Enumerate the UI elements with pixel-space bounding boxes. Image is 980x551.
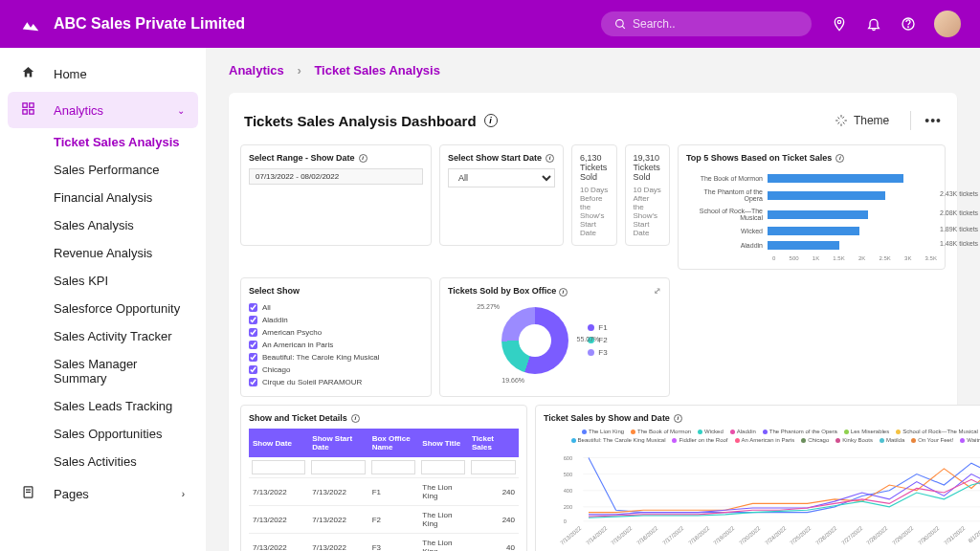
- card-date-range: Select Range - Show Datei 07/13/2022 - 0…: [240, 144, 432, 246]
- home-icon: [21, 65, 36, 82]
- info-icon[interactable]: i: [674, 414, 682, 423]
- expand-icon[interactable]: ⤢: [654, 286, 661, 296]
- svg-text:500: 500: [564, 472, 573, 477]
- show-checkbox[interactable]: Chicago: [249, 364, 423, 376]
- sidebar-item-home[interactable]: Home: [8, 55, 198, 92]
- sidebar-subitem[interactable]: Revenue Analysis: [8, 239, 198, 267]
- svg-rect-5: [23, 103, 27, 107]
- breadcrumb-root[interactable]: Analytics: [229, 63, 284, 77]
- svg-point-0: [616, 19, 624, 27]
- show-checkbox[interactable]: Aladdin: [249, 314, 423, 326]
- app-header: ABC Sales Private Limited: [0, 0, 980, 48]
- logo-icon: [19, 12, 42, 35]
- line-chart: 6005004002000: [544, 447, 980, 523]
- info-icon[interactable]: i: [546, 154, 554, 163]
- sidebar-label: Pages: [54, 487, 89, 501]
- pages-icon: [21, 485, 36, 502]
- card-kpi-before: 6,130 Tickets Sold 10 Days Before the Sh…: [571, 144, 617, 246]
- svg-rect-8: [30, 110, 33, 114]
- sidebar-item-pages[interactable]: Pages ›: [8, 475, 198, 512]
- table-row[interactable]: 7/13/20227/13/2022F3The Lion King40: [249, 534, 519, 552]
- card-select-show: Select Show AllAladdinAmerican PsychoAn …: [240, 277, 432, 397]
- date-range-input[interactable]: 07/13/2022 - 08/02/2022: [249, 168, 423, 185]
- table-row[interactable]: 7/13/20227/13/2022F2The Lion King240: [249, 506, 519, 534]
- svg-text:600: 600: [564, 455, 573, 461]
- info-icon[interactable]: i: [559, 288, 568, 297]
- card-table: Show and Ticket Detailsi Show DateShow S…: [240, 405, 527, 551]
- info-icon[interactable]: i: [484, 114, 498, 127]
- info-icon[interactable]: i: [359, 154, 368, 163]
- filter-input[interactable]: [311, 460, 365, 474]
- sidebar-subitem[interactable]: Ticket Sales Analysis: [8, 128, 198, 156]
- show-checkbox[interactable]: Beautiful: The Carole King Musical: [249, 351, 423, 364]
- svg-text:200: 200: [564, 504, 573, 510]
- show-checkbox[interactable]: American Psycho: [249, 326, 423, 339]
- card-line-chart: Ticket Sales by Show and Datei The Lion …: [535, 405, 980, 551]
- filter-input[interactable]: [371, 460, 416, 474]
- dashboard-panel: Tickets Sales Analysis Dashboard i Theme…: [229, 93, 957, 551]
- card-kpi-after: 19,310 Tickets Sold 10 Days After the Sh…: [625, 144, 671, 246]
- location-icon[interactable]: [831, 15, 848, 33]
- svg-point-4: [908, 27, 909, 28]
- svg-point-2: [837, 20, 840, 23]
- show-checkbox[interactable]: An American in Paris: [249, 339, 423, 351]
- company-name: ABC Sales Private Limited: [54, 15, 245, 33]
- filter-input[interactable]: [471, 460, 516, 474]
- sparkle-icon: [835, 114, 848, 127]
- card-top5: Top 5 Shows Based on Ticket Salesi The B…: [678, 144, 946, 270]
- bell-icon[interactable]: [865, 15, 882, 33]
- show-checkbox[interactable]: All: [249, 301, 423, 314]
- more-button[interactable]: •••: [924, 113, 942, 128]
- chevron-down-icon: ⌄: [177, 105, 185, 116]
- grid-icon: [21, 101, 36, 119]
- svg-line-1: [622, 26, 625, 29]
- breadcrumb-leaf: Ticket Sales Analysis: [314, 63, 440, 77]
- chevron-right-icon: ›: [182, 489, 185, 499]
- sidebar-subitem[interactable]: Sales Activities: [8, 448, 198, 475]
- theme-button[interactable]: Theme: [827, 110, 897, 131]
- svg-rect-7: [23, 110, 27, 114]
- sidebar-label: Analytics: [54, 103, 103, 118]
- show-checkbox[interactable]: Cirque du Soleil PARAMOUR: [249, 376, 423, 388]
- sidebar-subitem[interactable]: Sales Performance: [8, 156, 198, 184]
- svg-text:0: 0: [564, 518, 567, 523]
- sidebar-subitem[interactable]: Sales Activity Tracker: [8, 322, 198, 350]
- sidebar-subitem[interactable]: Salesforce Opportunity: [8, 295, 198, 322]
- sidebar: Home Analytics ⌄ Ticket Sales AnalysisSa…: [0, 48, 206, 551]
- sidebar-subitem[interactable]: Sales Leads Tracking: [8, 392, 198, 420]
- info-icon[interactable]: i: [835, 154, 844, 163]
- filter-input[interactable]: [252, 460, 305, 474]
- sidebar-subitem[interactable]: Sales Analysis: [8, 211, 198, 239]
- details-table: Show DateShow Start DateBox Office NameS…: [249, 429, 519, 551]
- card-donut: Tickets Sold by Box Office i⤢ 55.07% 19.…: [439, 277, 670, 397]
- card-start-date: Select Show Start Datei All: [439, 144, 564, 246]
- sidebar-subitem[interactable]: Sales Manager Summary: [8, 350, 198, 392]
- search-box[interactable]: [601, 11, 812, 36]
- sidebar-item-analytics[interactable]: Analytics ⌄: [8, 92, 198, 128]
- breadcrumb: Analytics › Ticket Sales Analysis: [229, 63, 957, 77]
- info-icon[interactable]: i: [351, 414, 360, 423]
- bar-chart: The Book of MormonThe Phantom of the Ope…: [686, 168, 937, 250]
- search-icon: [614, 18, 627, 31]
- dashboard-title: Tickets Sales Analysis Dashboard: [244, 113, 477, 129]
- svg-text:400: 400: [564, 488, 573, 494]
- sidebar-subitem[interactable]: Sales KPI: [8, 267, 198, 295]
- sidebar-label: Home: [54, 67, 87, 81]
- user-avatar[interactable]: [934, 11, 961, 37]
- divider: [910, 111, 911, 130]
- main-content: Analytics › Ticket Sales Analysis Ticket…: [206, 48, 980, 551]
- donut-chart: [501, 307, 568, 374]
- search-input[interactable]: [633, 17, 798, 31]
- table-row[interactable]: 7/13/20227/13/2022F1The Lion King240: [249, 478, 519, 506]
- svg-rect-6: [30, 103, 33, 107]
- filter-input[interactable]: [421, 460, 465, 474]
- breadcrumb-sep: ›: [297, 63, 301, 77]
- start-date-select[interactable]: All: [448, 168, 555, 187]
- help-icon[interactable]: [900, 15, 917, 33]
- sidebar-subitem[interactable]: Sales Opportunities: [8, 420, 198, 448]
- sidebar-subitem[interactable]: Financial Analysis: [8, 184, 198, 211]
